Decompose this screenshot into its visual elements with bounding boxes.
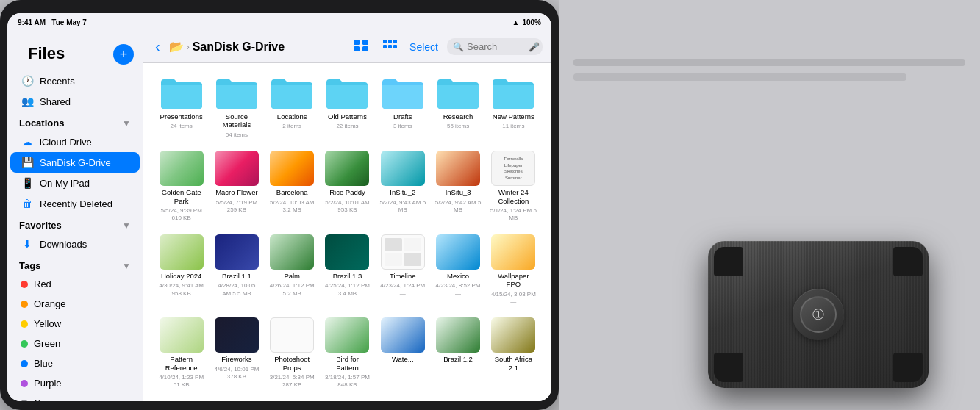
hdd-corner-tl xyxy=(714,247,743,276)
file-mexico[interactable]: Mexico 4/23/24, 8:52 PM — xyxy=(432,231,484,309)
sidebar-item-tag-blue[interactable]: Blue xyxy=(10,353,140,373)
bird-for-pattern-name: Bird for Pattern xyxy=(324,355,371,372)
favorites-header[interactable]: Favorites ▼ xyxy=(7,217,143,234)
ipad-screen: 9:41 AM Tue May 7 ▲ 100% Files + 🕐 Recen… xyxy=(7,13,551,401)
browse-view-button[interactable] xyxy=(351,37,371,57)
toolbar: ‹ 📂 › SanDisk G-Drive xyxy=(143,31,551,63)
folder-new-patterns[interactable]: New Patterns 11 items xyxy=(487,72,540,142)
file-winter24[interactable]: FernwallsLifepaperSketchesSummer Winter … xyxy=(487,148,540,226)
macro-flower-thumb xyxy=(215,151,259,186)
sidebar-item-tag-gray[interactable]: Gray xyxy=(10,393,140,401)
sidebar-item-tag-purple[interactable]: Purple xyxy=(10,373,140,393)
icloud-label: iCloud Drive xyxy=(40,137,92,148)
file-timeline[interactable]: Timeline 4/23/24, 1:24 PM — xyxy=(376,231,429,309)
sandisk-label: SanDisk G-Drive xyxy=(40,157,111,168)
icloud-icon: ☁ xyxy=(21,136,34,148)
folder-presentations[interactable]: Presentations 24 items xyxy=(155,72,207,142)
golden-gate-thumb xyxy=(160,151,204,186)
add-button[interactable]: + xyxy=(113,44,134,65)
ipad-label: On My iPad xyxy=(40,178,90,189)
file-wallpaper-fpo[interactable]: Wallpaper FPO 4/15/24, 3:03 PM — xyxy=(487,231,540,309)
file-photoshoot-props[interactable]: Photoshoot Props 3/21/24, 5:34 PM 287 KB xyxy=(266,314,318,392)
brazil12-thumb xyxy=(436,317,480,353)
folder-icon: 📂 xyxy=(169,40,184,54)
file-south-africa[interactable]: South Africa 2.1 — xyxy=(487,314,540,392)
file-bird-for-pattern[interactable]: Bird for Pattern 3/18/24, 1:57 PM 848 KB xyxy=(321,314,373,392)
blue-dot xyxy=(21,360,28,367)
file-holiday2024[interactable]: Holiday 2024 4/30/24, 9:41 AM 958 KB xyxy=(155,231,207,309)
file-barcelona[interactable]: Barcelona 5/2/24, 10:03 AM 3.2 MB xyxy=(266,148,318,226)
tags-chevron: ▼ xyxy=(122,261,131,271)
bird-for-pattern-meta: 3/18/24, 1:57 PM 848 KB xyxy=(324,374,371,389)
sidebar-item-shared[interactable]: 👥 Shared xyxy=(10,91,140,112)
brazil13-meta: 4/25/24, 1:12 PM 3.4 MB xyxy=(324,282,371,298)
file-brazil13[interactable]: Brazil 1.3 4/25/24, 1:12 PM 3.4 MB xyxy=(321,231,373,309)
file-pattern-reference[interactable]: Pattern Reference 4/10/24, 1:23 PM 51 KB xyxy=(155,314,207,392)
search-bar[interactable]: 🔍 🎤 xyxy=(447,38,543,55)
file-brazil12[interactable]: Brazil 1.2 — xyxy=(432,314,484,392)
sidebar-item-sandisk[interactable]: 💾 SanDisk G-Drive xyxy=(10,152,140,173)
sandisk-icon: 💾 xyxy=(21,157,34,168)
sidebar-item-icloud[interactable]: ☁ iCloud Drive xyxy=(10,132,140,152)
winter24-meta: 5/1/24, 1:24 PM 5 MB xyxy=(490,207,537,223)
mic-icon[interactable]: 🎤 xyxy=(529,42,540,52)
hdd-device: ① xyxy=(708,182,943,410)
sidebar-item-tag-red[interactable]: Red xyxy=(10,274,140,294)
hdd-corner-bl xyxy=(714,353,743,382)
back-button[interactable]: ‹ xyxy=(152,35,163,58)
breadcrumb: 📂 › SanDisk G-Drive xyxy=(169,40,345,54)
brazil12-name: Brazil 1.2 xyxy=(443,355,473,363)
file-insitu3[interactable]: InSitu_3 5/2/24, 9:42 AM 5 MB xyxy=(432,148,484,226)
file-macro-flower[interactable]: Macro Flower 5/5/24, 7:19 PM 259 KB xyxy=(210,148,262,226)
file-tha[interactable]: Tha... — xyxy=(266,398,318,401)
folder-source-materials[interactable]: Source Materials 54 items xyxy=(210,72,262,142)
purple-dot xyxy=(21,380,28,387)
brazil11-meta: 4/28/24, 10:05 AM 5.5 MB xyxy=(213,282,260,298)
file-grid: Presentations 24 items Source Materials … xyxy=(143,63,551,401)
file-golden-gate[interactable]: Golden Gate Park 5/5/24, 9:39 PM 610 KB xyxy=(155,148,207,226)
folder-old-patterns[interactable]: Old Patterns 22 items xyxy=(321,72,373,142)
holiday2024-thumb xyxy=(160,234,204,270)
holiday2024-meta: 4/30/24, 9:41 AM 958 KB xyxy=(158,282,204,298)
sidebar-item-ipad[interactable]: 📱 On My iPad xyxy=(10,173,140,193)
insitu2-thumb xyxy=(381,151,425,186)
file-brazil11[interactable]: Brazil 1.1 4/28/24, 10:05 AM 5.5 MB xyxy=(210,231,262,309)
file-insitu2[interactable]: InSitu_2 5/2/24, 9:43 AM 5 MB xyxy=(376,148,429,226)
barcelona-name: Barcelona xyxy=(276,188,308,196)
locations-header[interactable]: Locations ▼ xyxy=(7,115,143,132)
folder-locations[interactable]: Locations 2 items xyxy=(266,72,318,142)
green-label: Green xyxy=(34,338,60,349)
sidebar-item-downloads[interactable]: ⬇ Downloads xyxy=(10,234,140,254)
file-rice-paddy[interactable]: Rice Paddy 5/2/24, 10:01 AM 953 KB xyxy=(321,148,373,226)
gray-label: Gray xyxy=(34,398,54,401)
sidebar-item-recents[interactable]: 🕐 Recents xyxy=(10,71,140,91)
water-meta: — xyxy=(400,366,406,373)
select-button[interactable]: Select xyxy=(409,41,438,53)
sidebar-item-tag-yellow[interactable]: Yellow xyxy=(10,314,140,334)
tags-header[interactable]: Tags ▼ xyxy=(7,257,143,274)
file-fern22[interactable]: Fern 22 — xyxy=(210,398,262,401)
yellow-label: Yellow xyxy=(34,318,61,329)
insitu3-thumb xyxy=(436,151,480,186)
sidebar-item-recently-deleted[interactable]: 🗑 Recently Deleted xyxy=(10,193,140,214)
file-fireworks[interactable]: Fireworks 4/6/24, 10:01 PM 378 KB xyxy=(210,314,262,392)
favorites-label: Favorites xyxy=(19,220,62,231)
folder-research-name: Research xyxy=(443,112,473,121)
file-palm[interactable]: Palm 4/26/24, 1:12 PM 5.2 MB xyxy=(266,231,318,309)
sidebar-item-tag-orange[interactable]: Orange xyxy=(10,294,140,314)
breadcrumb-arrow: › xyxy=(187,42,190,52)
blue-label: Blue xyxy=(34,358,53,369)
favorites-section: Favorites ▼ ⬇ Downloads xyxy=(7,217,143,254)
folder-locations-name: Locations xyxy=(277,112,307,121)
sidebar-item-tag-green[interactable]: Green xyxy=(10,334,140,353)
folder-source-name: Source Materials xyxy=(213,112,260,129)
pattern-reference-meta: 4/10/24, 1:23 PM 51 KB xyxy=(158,374,204,389)
svg-rect-4 xyxy=(383,40,387,43)
grid-view-button[interactable] xyxy=(380,37,401,57)
search-input[interactable] xyxy=(467,41,526,52)
folder-drafts[interactable]: Drafts 3 items xyxy=(376,72,429,142)
file-water[interactable]: Wate... — xyxy=(376,314,429,392)
file-argentina[interactable]: Argentina — xyxy=(155,398,207,401)
folder-research[interactable]: Research 55 items xyxy=(432,72,484,142)
rice-paddy-meta: 5/2/24, 10:01 AM 953 KB xyxy=(324,199,371,215)
